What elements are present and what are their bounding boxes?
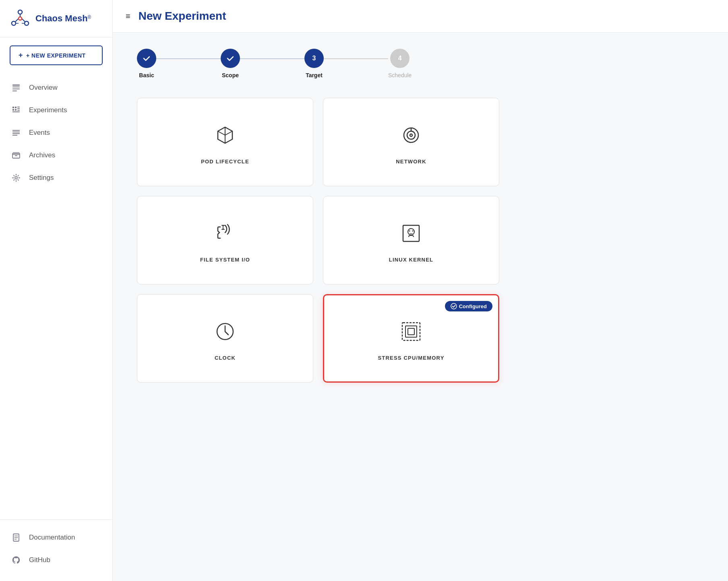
svg-rect-11 bbox=[12, 89, 20, 89]
svg-rect-9 bbox=[12, 84, 20, 86]
card-file-system[interactable]: FILE SYSTEM I/O bbox=[137, 196, 313, 284]
step-label-scope: Scope bbox=[222, 72, 239, 78]
new-experiment-button[interactable]: + + NEW EXPERIMENT bbox=[10, 45, 103, 65]
step-scope: Scope bbox=[221, 49, 240, 78]
svg-rect-20 bbox=[12, 111, 20, 112]
svg-rect-23 bbox=[12, 133, 20, 134]
content-area: Basic Scope 3 Target 4 Schedule bbox=[113, 33, 728, 581]
svg-point-30 bbox=[410, 134, 412, 136]
chaos-mesh-logo bbox=[10, 8, 31, 29]
step-circle-schedule: 4 bbox=[390, 49, 410, 68]
stepper: Basic Scope 3 Target 4 Schedule bbox=[137, 49, 704, 78]
step-basic: Basic bbox=[137, 49, 156, 78]
sidebar-item-experiments[interactable]: Experiments bbox=[0, 99, 112, 122]
github-label: GitHub bbox=[29, 556, 50, 564]
archives-icon bbox=[11, 150, 21, 160]
sidebar-item-documentation[interactable]: Documentation bbox=[0, 526, 112, 549]
svg-rect-17 bbox=[17, 107, 20, 107]
linux-kernel-label: LINUX KERNEL bbox=[389, 257, 433, 263]
header: ≡ New Experiment bbox=[113, 0, 728, 33]
events-label: Events bbox=[29, 129, 50, 137]
clock-label: CLOCK bbox=[215, 355, 236, 361]
experiments-icon bbox=[11, 105, 21, 115]
configured-badge: Configured bbox=[445, 301, 492, 311]
svg-rect-16 bbox=[15, 109, 17, 111]
network-label: NETWORK bbox=[396, 159, 426, 165]
step-connector-1 bbox=[156, 58, 221, 59]
svg-line-5 bbox=[15, 19, 18, 22]
new-experiment-label: + NEW EXPERIMENT bbox=[26, 52, 86, 59]
svg-point-0 bbox=[18, 10, 22, 14]
step-circle-target: 3 bbox=[304, 49, 324, 68]
step-label-basic: Basic bbox=[139, 72, 154, 78]
step-label-schedule: Schedule bbox=[388, 72, 412, 78]
svg-point-26 bbox=[15, 177, 17, 179]
step-circle-scope bbox=[221, 49, 240, 68]
stress-cpu-label: STRESS CPU/MEMORY bbox=[378, 355, 444, 361]
documentation-label: Documentation bbox=[29, 534, 75, 542]
sidebar-item-events[interactable]: Events bbox=[0, 122, 112, 144]
github-icon bbox=[11, 555, 21, 565]
sidebar-item-github[interactable]: GitHub bbox=[0, 549, 112, 571]
clock-icon bbox=[213, 319, 237, 347]
svg-point-1 bbox=[12, 21, 16, 25]
svg-point-34 bbox=[409, 230, 410, 231]
svg-rect-10 bbox=[12, 87, 20, 87]
sidebar-item-settings[interactable]: Settings bbox=[0, 167, 112, 189]
main-content: ≡ New Experiment Basic Scope bbox=[113, 0, 728, 581]
overview-icon bbox=[11, 83, 21, 93]
svg-rect-21 bbox=[12, 130, 20, 131]
card-pod-lifecycle[interactable]: POD LIFECYCLE bbox=[137, 98, 313, 186]
pod-lifecycle-label: POD LIFECYCLE bbox=[201, 159, 249, 165]
archives-label: Archives bbox=[29, 151, 55, 159]
svg-rect-22 bbox=[12, 132, 20, 132]
sidebar-item-overview[interactable]: Overview bbox=[0, 76, 112, 99]
hamburger-icon[interactable]: ≡ bbox=[126, 12, 130, 21]
svg-rect-13 bbox=[12, 107, 14, 108]
pod-icon bbox=[213, 123, 237, 150]
card-stress-cpu[interactable]: Configured STRESS CPU/MEMORY bbox=[323, 294, 499, 383]
svg-point-35 bbox=[412, 230, 414, 231]
svg-rect-18 bbox=[17, 108, 20, 109]
svg-rect-38 bbox=[402, 323, 420, 340]
filesystem-icon bbox=[213, 221, 237, 249]
page-title: New Experiment bbox=[139, 10, 226, 23]
svg-rect-24 bbox=[12, 135, 17, 136]
step-label-target: Target bbox=[306, 72, 323, 78]
linux-icon bbox=[399, 221, 423, 249]
svg-rect-14 bbox=[15, 107, 17, 108]
doc-icon bbox=[11, 533, 21, 542]
step-schedule: 4 Schedule bbox=[388, 49, 412, 78]
card-clock[interactable]: CLOCK bbox=[137, 294, 313, 383]
svg-point-2 bbox=[25, 21, 29, 25]
overview-label: Overview bbox=[29, 84, 58, 92]
network-icon bbox=[399, 123, 423, 150]
svg-point-29 bbox=[407, 131, 415, 139]
sidebar-nav: Overview Experiments Events Archives bbox=[0, 73, 112, 581]
svg-point-37 bbox=[451, 303, 457, 309]
sidebar: Chaos Mesh® + + NEW EXPERIMENT Overview … bbox=[0, 0, 113, 581]
events-icon bbox=[11, 128, 21, 138]
card-linux-kernel[interactable]: LINUX KERNEL bbox=[323, 196, 499, 284]
svg-point-3 bbox=[19, 17, 22, 20]
step-connector-3 bbox=[324, 58, 388, 59]
settings-label: Settings bbox=[29, 174, 54, 182]
sidebar-logo: Chaos Mesh® bbox=[0, 0, 112, 37]
svg-rect-39 bbox=[405, 326, 417, 337]
card-network[interactable]: NETWORK bbox=[323, 98, 499, 186]
filesystem-label: FILE SYSTEM I/O bbox=[200, 257, 250, 263]
svg-line-6 bbox=[22, 19, 25, 22]
configured-badge-label: Configured bbox=[459, 303, 487, 309]
sidebar-item-archives[interactable]: Archives bbox=[0, 144, 112, 167]
step-connector-2 bbox=[240, 58, 304, 59]
stress-icon bbox=[399, 319, 423, 347]
svg-rect-19 bbox=[17, 110, 20, 111]
experiments-label: Experiments bbox=[29, 106, 67, 114]
svg-rect-40 bbox=[408, 328, 414, 335]
step-circle-basic bbox=[137, 49, 156, 68]
step-target: 3 Target bbox=[304, 49, 324, 78]
settings-icon bbox=[11, 173, 21, 183]
sidebar-bottom: Documentation GitHub bbox=[0, 519, 112, 578]
plus-icon: + bbox=[19, 51, 23, 60]
experiment-type-grid: POD LIFECYCLE NETWORK bbox=[137, 98, 499, 383]
